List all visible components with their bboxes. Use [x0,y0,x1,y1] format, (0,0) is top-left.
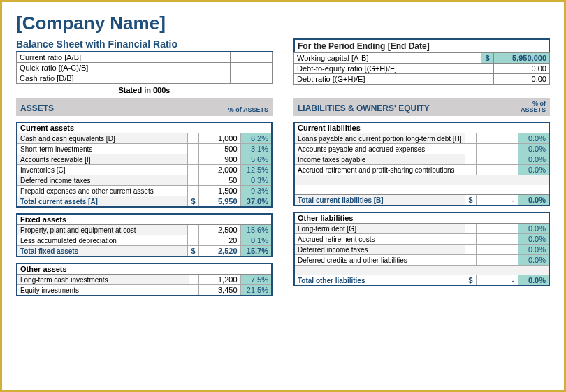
ratio-label: Working capital [A-B] [294,53,481,64]
table-title: Other assets [17,263,272,275]
other-assets-table: Other assets Long-term cash investments1… [16,263,273,296]
ratio-label: Cash ratio [D/B] [17,73,231,84]
main-content: Current assets Cash and cash equivalents… [16,122,550,302]
company-name: [Company Name] [16,13,550,34]
period-title: For the Period Ending [End Date] [293,38,550,52]
ratio-value: 0.00 [494,74,550,85]
ratio-label: Debt ratio [(G+H)/E] [294,74,481,85]
ratio-value: 5,950,000 [494,53,550,64]
ratio-label: Quick ratio [(A-C)/B] [17,63,231,73]
current-liabilities-table: Current liabilities Loans payable and cu… [293,122,550,206]
liabilities-header: LIABILITIES & OWNERS' EQUITY % of ASSETS [293,98,550,116]
fixed-assets-table: Fixed assets Property, plant and equipme… [16,213,273,257]
other-liabilities-table: Other liabilities Long-term debt [G]0.0%… [293,212,550,286]
ratio-sym: $ [481,53,494,64]
assets-header: ASSETS % of ASSETS [16,98,273,116]
ratio-table-left: Current ratio [A/B] Quick ratio [(A-C)/B… [16,51,273,84]
table-title: Fixed assets [17,214,272,225]
current-assets-table: Current assets Cash and cash equivalents… [16,122,273,208]
ratio-label: Debt-to-equity ratio [(G+H)/F] [294,64,481,74]
sheet-title: Balance Sheet with Financial Ratio [16,38,273,50]
ratio-table-right: Working capital [A-B] $ 5,950,000 Debt-t… [293,52,550,85]
table-title: Current assets [17,122,272,133]
section-headers: ASSETS % of ASSETS LIABILITIES & OWNERS'… [16,98,550,116]
table-title: Current liabilities [294,122,549,133]
ratio-label: Current ratio [A/B] [17,52,231,63]
top-ratios-row: Balance Sheet with Financial Ratio Curre… [16,38,550,96]
stated-note: Stated in 000s [16,84,273,96]
ratio-value: 0.00 [494,64,550,74]
table-title: Other liabilities [294,212,549,224]
